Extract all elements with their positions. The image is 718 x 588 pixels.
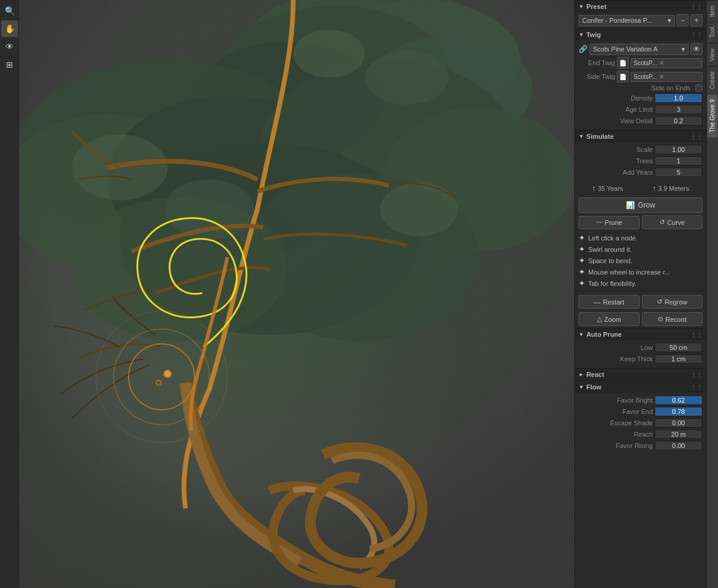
twig-preset-dropdown[interactable]: Scots Pine Variation A ▾ [589,44,689,55]
trees-field[interactable]: 1 [655,156,702,166]
regrow-icon: ↺ [657,298,662,306]
end-twig-close[interactable]: ✕ [659,59,664,67]
side-on-ends-label: Side on Ends [649,84,690,92]
hint-1: ✦ Left click a node. [575,232,706,243]
side-twig-filename: ScotsP... [634,74,657,80]
twig-link-icon: 🔗 [579,45,588,53]
escape-shade-field[interactable]: 0.00 [655,418,702,428]
add-years-label: Add Years [579,169,653,176]
end-twig-filename: ScotsP... [634,60,657,66]
tab-grove[interactable]: The Grove 9 [707,94,717,138]
reach-row: Reach 20 m [579,429,702,439]
prune-button[interactable]: 〰 Prune [579,216,640,229]
flow-content: Favor Bright 0.62 Favor End 0.78 Escape … [575,393,706,455]
hint-3-text: Space to bend. [588,257,632,264]
auto-prune-header-label: Auto Prune [586,331,622,338]
preset-section-header[interactable]: ▼ Preset ⋮⋮ [575,0,706,13]
simulate-arrow: ▼ [579,133,584,139]
low-field[interactable]: 50 cm [655,343,702,352]
twig-preset-name: Scots Pine Variation A [593,45,658,53]
preset-plus-button[interactable]: + [690,14,702,26]
auto-prune-section-header[interactable]: ▼ Auto Prune ⋮⋮ [575,328,706,340]
divider-1 [575,291,706,291]
zoom-button[interactable]: △ Zoom [579,312,640,326]
meters-stat: ↑ 3.9 Meters [652,184,689,193]
favor-bright-label: Favor Bright [579,397,653,404]
twig-dots: ⋮⋮ [690,32,702,38]
twig-header-label: Twig [586,31,601,38]
preset-dropdown[interactable]: Conifer - Ponderosa P... ▾ [579,15,675,26]
svg-point-16 [365,51,449,105]
right-panel: ▼ Preset ⋮⋮ Conifer - Ponderosa P... ▾ −… [574,0,706,588]
reach-field[interactable]: 20 m [655,429,702,439]
move-tool-button[interactable]: ✋ [1,20,18,37]
hint-1-text: Left click a node. [588,234,638,242]
auto-prune-dots: ⋮⋮ [690,331,702,338]
add-years-row: Add Years 5 [579,167,702,177]
hint-2-text: Swirl around it. [588,246,632,253]
add-years-field[interactable]: 5 [655,167,702,177]
density-label: Density [579,95,653,102]
hint-4-text: Mouse wheel to increase r... [588,269,670,276]
hint-3: ✦ Space to bend. [575,255,706,266]
grow-button[interactable]: 📊 Grow [579,197,702,213]
preset-minus-button[interactable]: − [677,14,689,26]
keep-thick-field[interactable]: 1 cm [655,354,702,364]
curve-button[interactable]: ↺ Curve [642,215,703,229]
end-twig-icon-btn[interactable]: 📄 [617,57,629,69]
tab-item[interactable]: Item [707,0,717,22]
side-on-ends-checkbox[interactable] [695,84,702,92]
favor-end-field[interactable]: 0.78 [655,407,702,416]
tab-tool[interactable]: Tool [707,22,717,42]
side-twig-file-chip[interactable]: ScotsP... ✕ [631,72,702,82]
simulate-header-label: Simulate [586,133,614,140]
end-twig-file-chip[interactable]: ScotsP... ✕ [631,58,702,68]
years-value: 35 Years [598,185,623,192]
scale-field[interactable]: 1.00 [655,145,702,154]
side-twig-label: Side Twig [582,73,615,80]
left-toolbar: 🔍 ✋ 👁 ⊞ [0,0,19,588]
tab-create[interactable]: Create [707,66,717,94]
favor-bright-field[interactable]: 0.62 [655,395,702,405]
view-detail-field[interactable]: 0.2 [655,116,702,126]
restart-regrow-row: — Restart ↺ Regrow [575,293,706,310]
zoom-icon: △ [597,315,602,323]
search-tool-button[interactable]: 🔍 [1,2,18,19]
favor-rising-field[interactable]: 0.00 [655,441,702,450]
curve-label: Curve [667,219,684,226]
age-limit-label: Age Limit [579,106,653,113]
record-button[interactable]: ⊙ Record [642,312,703,326]
camera-tool-button[interactable]: 👁 [1,38,18,55]
simulate-dots: ⋮⋮ [690,133,702,140]
preset-dots: ⋮⋮ [690,4,702,10]
hint-5: ✦ Tab for flexibility. [575,278,706,289]
viewport[interactable]: 🔍 ✋ 👁 ⊞ [0,0,574,588]
simulate-section-header[interactable]: ▼ Simulate ⋮⋮ [575,130,706,142]
regrow-button[interactable]: ↺ Regrow [642,295,703,309]
side-twig-icon-btn[interactable]: 📄 [617,71,629,83]
restart-button[interactable]: — Restart [579,295,640,309]
tab-view[interactable]: View [707,43,717,66]
grid-tool-button[interactable]: ⊞ [1,56,18,73]
grow-icon: 📊 [626,201,635,209]
react-section-header[interactable]: ► React ⋮⋮ [575,368,706,380]
scale-row: Scale 1.00 [579,145,702,154]
density-field[interactable]: 1.0 [655,93,702,103]
preset-row: Conifer - Ponderosa P... ▾ − + [575,13,706,28]
regrow-label: Regrow [665,298,687,306]
preset-arrow: ▼ [579,4,584,10]
twig-section-header[interactable]: ▼ Twig ⋮⋮ [575,28,706,41]
zoom-record-row: △ Zoom ⊙ Record [575,310,706,328]
favor-rising-label: Favor Rising [579,442,653,449]
hint-3-icon: ✦ [579,256,585,265]
flow-section-header[interactable]: ▼ Flow ⋮⋮ [575,380,706,393]
side-twig-close[interactable]: ✕ [659,73,664,81]
age-limit-field[interactable]: 3 [655,105,702,114]
meters-icon: ↑ [652,184,656,193]
keep-thick-label: Keep Thick [579,355,653,362]
reach-label: Reach [579,431,653,438]
grow-label: Grow [638,201,655,209]
hint-5-text: Tab for flexibility. [588,280,637,287]
twig-eye-button[interactable]: 👁 [690,43,702,55]
hint-4: ✦ Mouse wheel to increase r... [575,266,706,278]
